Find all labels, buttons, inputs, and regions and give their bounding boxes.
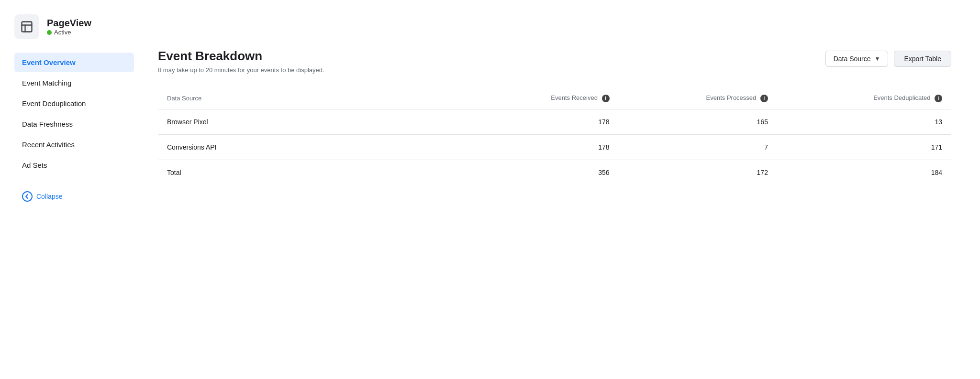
table-row: Conversions API1787171 [158,134,951,160]
data-source-dropdown[interactable]: Data Source ▼ [825,51,889,67]
sidebar-item-event-overview[interactable]: Event Overview [14,53,134,72]
col-header-data-source: Data Source [158,87,460,109]
page-subtitle: It may take up to 20 minutes for your ev… [158,66,324,74]
table-body: Browser Pixel17816513Conversions API1787… [158,109,951,185]
sidebar-item-event-matching[interactable]: Event Matching [14,73,134,93]
sidebar-item-recent-activities[interactable]: Recent Activities [14,135,134,154]
app-title-block: PageView Active [47,18,91,36]
main-layout: Event Overview Event Matching Event Dedu… [0,49,980,369]
cell-events-processed-conversions-api: 7 [618,134,777,160]
cell-data-source-browser-pixel: Browser Pixel [158,109,460,134]
cell-events-deduplicated-conversions-api: 171 [777,134,951,160]
app-icon [14,14,39,39]
main-content: Event Breakdown It may take up to 20 min… [134,49,966,369]
svg-rect-0 [22,22,32,32]
cell-data-source-total: Total [158,160,460,185]
cell-events-processed-browser-pixel: 165 [618,109,777,134]
collapse-label: Collapse [36,193,62,200]
col-header-events-deduplicated: Events Deduplicated i [777,87,951,109]
events-received-info-icon[interactable]: i [602,95,610,102]
events-processed-info-icon[interactable]: i [760,95,768,102]
table-row: Browser Pixel17816513 [158,109,951,134]
table-header-row: Data Source Events Received i Events Pro… [158,87,951,109]
page-title-block: Event Breakdown It may take up to 20 min… [158,49,324,74]
header-bar: PageView Active [0,10,980,49]
cell-events-processed-total: 172 [618,160,777,185]
cell-data-source-conversions-api: Conversions API [158,134,460,160]
cell-events-received-total: 356 [459,160,618,185]
data-source-dropdown-label: Data Source [834,55,871,63]
content-header: Event Breakdown It may take up to 20 min… [158,49,951,74]
export-table-button[interactable]: Export Table [894,51,951,67]
cell-events-received-browser-pixel: 178 [459,109,618,134]
event-breakdown-table: Data Source Events Received i Events Pro… [158,87,951,185]
app-status-row: Active [47,29,91,36]
sidebar-item-data-freshness[interactable]: Data Freshness [14,114,134,134]
cell-events-received-conversions-api: 178 [459,134,618,160]
cell-events-deduplicated-total: 184 [777,160,951,185]
col-header-events-processed: Events Processed i [618,87,777,109]
collapse-icon [22,191,33,202]
page-title: Event Breakdown [158,49,324,64]
status-dot [47,30,52,35]
sidebar-item-event-deduplication[interactable]: Event Deduplication [14,94,134,113]
cell-events-deduplicated-browser-pixel: 13 [777,109,951,134]
sidebar: Event Overview Event Matching Event Dedu… [14,49,134,369]
header-actions: Data Source ▼ Export Table [825,51,951,67]
col-header-events-received: Events Received i [459,87,618,109]
chevron-down-icon: ▼ [875,55,880,62]
app-status-label: Active [54,29,71,36]
table-row: Total356172184 [158,160,951,185]
collapse-button[interactable]: Collapse [14,185,134,207]
app-name: PageView [47,18,91,29]
layout-icon [20,20,33,33]
events-deduplicated-info-icon[interactable]: i [935,95,942,102]
sidebar-item-ad-sets[interactable]: Ad Sets [14,155,134,175]
